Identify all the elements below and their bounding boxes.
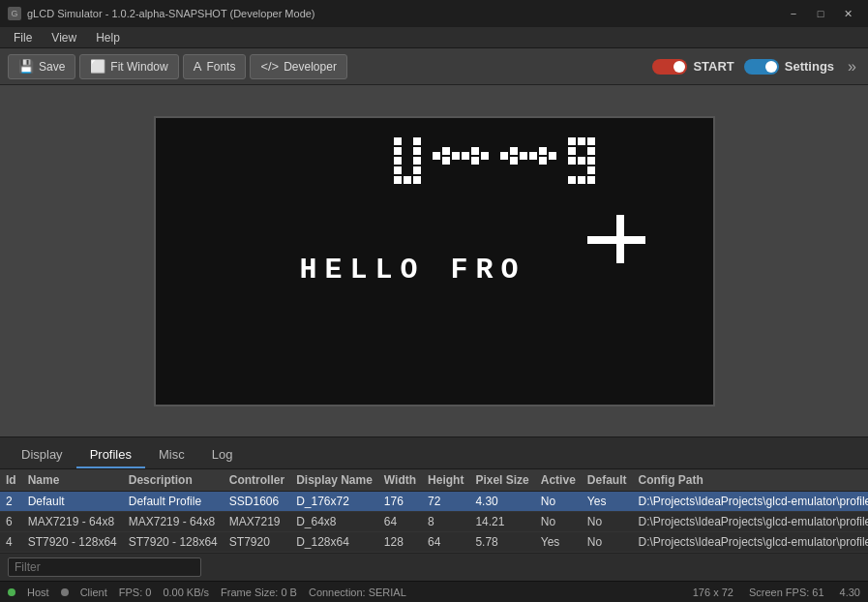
settings-toggle-track[interactable] [744, 59, 779, 75]
tabs: Display Profiles Misc Log [0, 437, 868, 469]
connection-label: Connection: SERIAL [309, 587, 406, 598]
pixel-art [394, 137, 684, 234]
cell-0-6: 72 [422, 492, 469, 512]
svg-rect-31 [587, 147, 595, 155]
menu-file[interactable]: File [4, 29, 42, 46]
col-id: Id [0, 469, 22, 492]
svg-rect-33 [578, 157, 585, 165]
cell-2-9: No [582, 532, 633, 553]
cell-2-2: ST7920 - 128x64 [123, 532, 224, 553]
cell-1-8: No [535, 512, 582, 532]
col-active: Active [535, 469, 582, 492]
svg-rect-34 [587, 157, 595, 165]
filter-bar [0, 553, 868, 581]
fonts-button[interactable]: A Fonts [183, 54, 247, 79]
tab-profiles[interactable]: Profiles [76, 442, 145, 468]
cell-1-6: 8 [422, 512, 469, 532]
svg-rect-6 [413, 176, 421, 184]
settings-toggle[interactable]: Settings [744, 59, 834, 75]
tab-log[interactable]: Log [198, 442, 247, 468]
cell-1-7: 14.21 [469, 512, 534, 532]
svg-rect-4 [394, 176, 402, 184]
close-button[interactable]: ✕ [835, 4, 860, 23]
svg-rect-27 [568, 137, 576, 145]
tab-misc[interactable]: Misc [145, 442, 198, 468]
col-height: Height [422, 469, 469, 492]
frame-size-label: Frame Size: 0 B [221, 587, 297, 598]
cell-0-9: Yes [582, 492, 633, 512]
cell-1-5: 64 [378, 512, 422, 532]
svg-rect-5 [404, 176, 411, 184]
cell-2-6: 64 [422, 532, 469, 553]
hello-text: HELLO FRO [299, 254, 525, 286]
svg-rect-37 [578, 176, 585, 184]
svg-rect-30 [568, 147, 576, 155]
canvas-area: HELLO FRO [0, 85, 868, 436]
bandwidth-label: 0.00 KB/s [163, 587, 209, 598]
svg-rect-35 [587, 166, 595, 174]
svg-rect-10 [413, 166, 421, 174]
developer-button[interactable]: </> Developer [250, 54, 347, 79]
svg-rect-3 [394, 166, 402, 174]
start-toggle[interactable]: START [652, 59, 733, 75]
col-width: Width [378, 469, 422, 492]
minimize-button[interactable]: − [781, 4, 806, 23]
svg-rect-29 [587, 137, 595, 145]
cell-0-10: D:\Projects\IdeaProjects\glcd-emulator\p… [632, 492, 868, 512]
maximize-button[interactable]: □ [808, 4, 833, 23]
menu-bar: File View Help [0, 27, 868, 48]
tab-display[interactable]: Display [8, 442, 76, 468]
screen-fps-label: Screen FPS: 61 [749, 587, 824, 598]
developer-label: Developer [284, 60, 337, 74]
cell-2-8: Yes [535, 532, 582, 553]
start-toggle-track[interactable] [652, 59, 687, 75]
cell-0-5: 176 [378, 492, 422, 512]
svg-rect-25 [549, 152, 556, 160]
cell-1-3: MAX7219 [224, 512, 290, 532]
settings-toggle-thumb [765, 61, 777, 73]
svg-rect-20 [510, 147, 518, 155]
col-name: Name [22, 469, 123, 492]
fps-label: FPS: 0 [119, 587, 152, 598]
menu-view[interactable]: View [42, 29, 86, 46]
svg-rect-23 [529, 152, 537, 160]
save-icon: 💾 [18, 59, 34, 74]
svg-rect-18 [471, 157, 479, 165]
cell-0-8: No [535, 492, 582, 512]
bottom-panel: Display Profiles Misc Log Id Name Descri… [0, 436, 868, 581]
table-row[interactable]: 2DefaultDefault ProfileSSD1606D_176x7217… [0, 492, 868, 512]
table-row[interactable]: 4ST7920 - 128x64ST7920 - 128x64ST7920D_1… [0, 532, 868, 553]
save-button[interactable]: 💾 Save [8, 54, 75, 79]
cell-1-1: MAX7219 - 64x8 [22, 512, 123, 532]
status-right: 176 x 72 Screen FPS: 61 4.30 [693, 587, 860, 598]
cell-1-10: D:\Projects\IdeaProjects\glcd-emulator\p… [632, 512, 868, 532]
svg-rect-19 [500, 152, 508, 160]
client-dot [61, 588, 69, 596]
svg-rect-7 [413, 137, 421, 145]
cell-2-5: 128 [378, 532, 422, 553]
svg-rect-9 [413, 157, 421, 165]
host-dot [8, 588, 15, 596]
col-controller: Controller [224, 469, 290, 492]
menu-help[interactable]: Help [86, 29, 130, 46]
cell-2-3: ST7920 [224, 532, 290, 553]
table-row[interactable]: 6MAX7219 - 64x8MAX7219 - 64x8MAX7219D_64… [0, 512, 868, 532]
svg-rect-14 [442, 157, 450, 165]
cell-2-0: 4 [0, 532, 22, 553]
svg-rect-12 [442, 147, 450, 155]
fonts-label: Fonts [206, 60, 235, 74]
svg-rect-2 [394, 157, 402, 165]
svg-rect-32 [568, 157, 576, 165]
lcd-screen: HELLO FRO [154, 116, 715, 406]
status-bar: Host Client FPS: 0 0.00 KB/s Frame Size:… [0, 581, 868, 602]
pixel-size-label: 4.30 [840, 587, 860, 598]
developer-icon: </> [260, 59, 279, 74]
table-container: Id Name Description Controller Display N… [0, 469, 868, 553]
app-icon: G [8, 7, 21, 20]
cell-2-4: D_128x64 [290, 532, 378, 553]
fit-window-button[interactable]: ⬜ Fit Window [79, 54, 178, 79]
overflow-button[interactable]: » [844, 58, 860, 75]
cell-0-7: 4.30 [469, 492, 534, 512]
title-controls: − □ ✕ [781, 4, 860, 23]
filter-input[interactable] [8, 557, 201, 577]
